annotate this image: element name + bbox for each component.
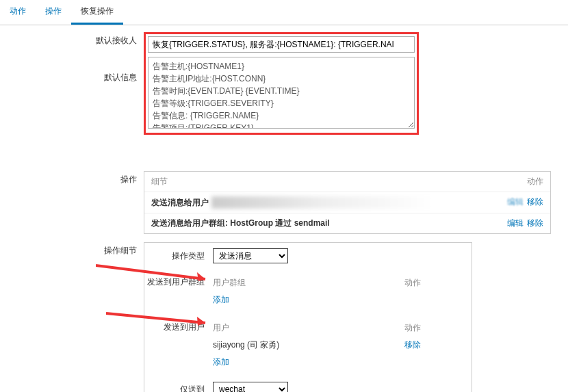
users-row1-remove[interactable]: 移除 xyxy=(404,340,421,350)
label-send-only-via: 仅送到 xyxy=(144,382,213,392)
ops-row2-edit[interactable]: 编辑 xyxy=(507,218,524,228)
tab-action[interactable]: 动作 xyxy=(0,0,36,25)
label-op-detail: 操作细节 xyxy=(0,242,144,257)
ops-row1-blurred xyxy=(211,196,489,209)
tabs-bar: 动作 操作 恢复操作 xyxy=(0,0,568,25)
op-type-select[interactable]: 发送消息 xyxy=(213,248,288,263)
ops-row1-remove[interactable]: 移除 xyxy=(527,197,543,207)
highlight-box xyxy=(144,32,419,135)
users-row1-name: sijiayong (司 家勇) xyxy=(213,339,404,351)
users-add-link[interactable]: 添加 xyxy=(213,357,229,367)
default-recipient-input[interactable] xyxy=(148,36,415,53)
label-operation: 操作 xyxy=(0,171,144,185)
send-via-select[interactable]: wechat xyxy=(213,382,288,392)
ops-header-action: 动作 xyxy=(502,176,543,187)
ops-header-detail: 细节 xyxy=(151,176,502,187)
ops-row1-prefix: 发送消息给用户 xyxy=(151,197,209,209)
operations-table: 细节 动作 发送消息给用户 编辑 移除 发送消息给用户群组: HostGroup… xyxy=(144,171,551,234)
ops-row1-edit[interactable]: 编辑 xyxy=(507,197,524,207)
groups-header-action: 动作 xyxy=(404,277,452,289)
tab-recovery[interactable]: 恢复操作 xyxy=(71,0,123,25)
ops-row2-remove[interactable]: 移除 xyxy=(527,218,543,228)
users-header-user: 用户 xyxy=(213,322,404,334)
op-detail-box: 操作类型 发送消息 发送到用户群组 用户群组 动作 xyxy=(144,242,472,392)
groups-add-link[interactable]: 添加 xyxy=(213,295,229,304)
groups-header-group: 用户群组 xyxy=(213,277,404,289)
users-header-action: 动作 xyxy=(404,322,452,334)
ops-row2-text: 发送消息给用户群组: HostGroup 通过 sendmail xyxy=(151,218,489,229)
label-default-recipient: 默认接收人 xyxy=(0,32,144,47)
label-send-to-users: 发送到用户 xyxy=(144,319,213,371)
label-op-type: 操作类型 xyxy=(144,248,213,263)
label-send-to-groups: 发送到用户群组 xyxy=(144,274,213,309)
tab-operation[interactable]: 操作 xyxy=(36,0,71,25)
default-message-textarea[interactable] xyxy=(148,57,415,129)
